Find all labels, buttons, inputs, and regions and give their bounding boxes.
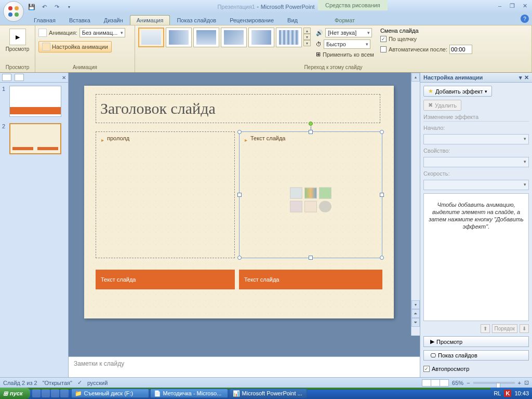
transition-none[interactable] bbox=[138, 28, 164, 47]
insert-chart-icon[interactable] bbox=[304, 188, 317, 199]
language-status[interactable]: русский bbox=[87, 380, 108, 386]
office-button[interactable] bbox=[3, 1, 24, 22]
resize-handle[interactable] bbox=[237, 256, 242, 260]
notes-pane[interactable]: Заметки к слайду bbox=[69, 356, 420, 377]
redo-icon[interactable]: ↷ bbox=[52, 2, 61, 11]
speed-combo[interactable]: Быстро bbox=[324, 39, 370, 49]
taskbar-item[interactable]: 📄Методичка - Microso... bbox=[150, 389, 228, 398]
resize-handle[interactable] bbox=[237, 130, 242, 134]
save-icon[interactable]: 💾 bbox=[27, 2, 36, 11]
insert-clipart-icon[interactable] bbox=[304, 201, 317, 212]
help-icon[interactable]: ? bbox=[521, 15, 529, 23]
animation-list-hint: Чтобы добавить анимацию, выделите элемен… bbox=[423, 193, 529, 321]
content-placeholder-bl[interactable]: Текст слайда bbox=[96, 270, 235, 289]
tab-view[interactable]: Вид bbox=[281, 15, 304, 25]
transition-option[interactable] bbox=[221, 28, 247, 47]
next-slide-icon[interactable]: ⏷ bbox=[411, 318, 420, 327]
quicklaunch-icon[interactable] bbox=[60, 389, 69, 397]
tab-home[interactable]: Главная bbox=[27, 15, 62, 25]
close-button[interactable]: ✕ bbox=[520, 2, 530, 10]
scroll-up-icon[interactable]: ▴ bbox=[411, 73, 420, 82]
zoom-in-icon[interactable]: + bbox=[518, 380, 521, 386]
tab-insert[interactable]: Вставка bbox=[62, 15, 97, 25]
title-placeholder[interactable]: Заголовок слайда bbox=[96, 94, 380, 123]
tab-review[interactable]: Рецензирование bbox=[223, 15, 281, 25]
resize-handle[interactable] bbox=[380, 256, 384, 260]
resize-handle[interactable] bbox=[380, 130, 384, 134]
slideshow-view-icon[interactable] bbox=[440, 379, 449, 387]
thumbnails-close-icon[interactable]: ✕ bbox=[62, 75, 66, 81]
slide-canvas[interactable]: Заголовок слайда ▸ прололд bbox=[84, 86, 394, 318]
transition-option[interactable] bbox=[166, 28, 192, 47]
insert-smartart-icon[interactable] bbox=[319, 188, 331, 199]
preview-button[interactable]: ▶ Просмотр bbox=[4, 28, 32, 53]
qat-dropdown-icon[interactable]: ▾ bbox=[64, 2, 74, 11]
taskbar-item[interactable]: 📊Microsoft PowerPoint ... bbox=[229, 389, 307, 398]
gallery-up-icon[interactable]: ▴ bbox=[303, 28, 311, 34]
pane-menu-icon[interactable]: ▾ bbox=[519, 74, 522, 81]
start-combo[interactable] bbox=[423, 134, 529, 144]
vertical-scrollbar[interactable]: ▴ ▾ ⏶⏷ bbox=[411, 73, 420, 336]
start-label: Начало: bbox=[423, 125, 529, 131]
resize-handle[interactable] bbox=[380, 193, 384, 197]
tray-kaspersky-icon[interactable]: K bbox=[504, 390, 511, 397]
gallery-down-icon[interactable]: ▾ bbox=[303, 34, 311, 40]
quicklaunch-icon[interactable] bbox=[51, 389, 59, 397]
auto-after-time[interactable]: 00:00 bbox=[449, 45, 472, 54]
animate-combo[interactable]: Без анимац... bbox=[79, 28, 126, 37]
tab-slideshow[interactable]: Показ слайдов bbox=[170, 15, 223, 25]
play-button[interactable]: ▶Просмотр bbox=[423, 336, 529, 347]
content-placeholder-tr-selected[interactable]: ▸ Текст слайда bbox=[239, 131, 382, 258]
transition-option[interactable] bbox=[193, 28, 219, 47]
content-placeholder-tl[interactable]: ▸ прололд bbox=[96, 131, 235, 258]
prev-slide-icon[interactable]: ⏶ bbox=[411, 309, 420, 318]
normal-view-icon[interactable] bbox=[422, 379, 431, 387]
insert-table-icon[interactable] bbox=[290, 188, 302, 199]
fit-window-icon[interactable]: ⊡ bbox=[524, 379, 529, 386]
minimize-button[interactable]: – bbox=[495, 2, 505, 10]
resize-handle[interactable] bbox=[309, 256, 313, 260]
property-combo[interactable] bbox=[423, 157, 529, 167]
outline-tab-icon[interactable] bbox=[15, 74, 24, 81]
quicklaunch-icon[interactable] bbox=[32, 389, 41, 397]
tab-design[interactable]: Дизайн bbox=[97, 15, 130, 25]
apply-all-button[interactable]: ⊞Применить ко всем bbox=[316, 50, 374, 58]
tab-animation[interactable]: Анимация bbox=[130, 15, 170, 25]
gallery-more-icon[interactable]: ▾ bbox=[303, 40, 311, 46]
content-placeholder-br[interactable]: Текст слайда bbox=[239, 270, 382, 289]
rotate-handle[interactable] bbox=[309, 122, 313, 126]
speed-combo[interactable] bbox=[423, 180, 529, 190]
quicklaunch-icon[interactable] bbox=[42, 389, 50, 397]
custom-animation-icon bbox=[42, 43, 50, 51]
spell-check-icon[interactable]: ✓ bbox=[77, 379, 82, 386]
sound-combo[interactable]: [Нет звука] bbox=[325, 28, 372, 37]
taskbar-item[interactable]: 📁Съемный диск (F:) bbox=[71, 389, 149, 398]
scroll-down-icon[interactable]: ▾ bbox=[411, 300, 420, 309]
tray-lang[interactable]: RL bbox=[494, 390, 501, 396]
zoom-out-icon[interactable]: − bbox=[467, 380, 470, 386]
autopreview-checkbox[interactable]: ✓ bbox=[423, 366, 430, 372]
undo-icon[interactable]: ↶ bbox=[39, 2, 49, 11]
pane-close-icon[interactable]: ✕ bbox=[524, 74, 529, 81]
tab-format[interactable]: Формат bbox=[328, 15, 362, 25]
order-label: Порядок bbox=[492, 324, 517, 333]
slideshow-button[interactable]: 🖵Показ слайдов bbox=[423, 350, 529, 361]
custom-animation-button[interactable]: Настройка анимации bbox=[38, 41, 112, 52]
insert-picture-icon[interactable] bbox=[290, 201, 302, 212]
add-effect-button[interactable]: ★ Добавить эффект ▾ bbox=[423, 86, 492, 97]
resize-handle[interactable] bbox=[309, 130, 313, 134]
zoom-value[interactable]: 65% bbox=[452, 380, 463, 386]
auto-after-checkbox[interactable] bbox=[380, 46, 387, 52]
resize-handle[interactable] bbox=[237, 193, 242, 197]
slide-thumbnail-1[interactable]: 1 bbox=[2, 86, 66, 117]
on-click-checkbox[interactable]: ✓ bbox=[380, 36, 387, 42]
sorter-view-icon[interactable] bbox=[431, 379, 440, 387]
zoom-slider[interactable] bbox=[473, 382, 515, 384]
transition-option[interactable] bbox=[248, 28, 274, 47]
slide-thumbnail-2[interactable]: 2 bbox=[2, 123, 66, 154]
restore-button[interactable]: ❐ bbox=[507, 2, 517, 10]
start-button[interactable]: ⊞ пуск bbox=[0, 388, 30, 399]
slides-tab-icon[interactable] bbox=[2, 74, 11, 81]
transition-option[interactable] bbox=[276, 28, 302, 47]
insert-media-icon[interactable] bbox=[319, 201, 331, 212]
